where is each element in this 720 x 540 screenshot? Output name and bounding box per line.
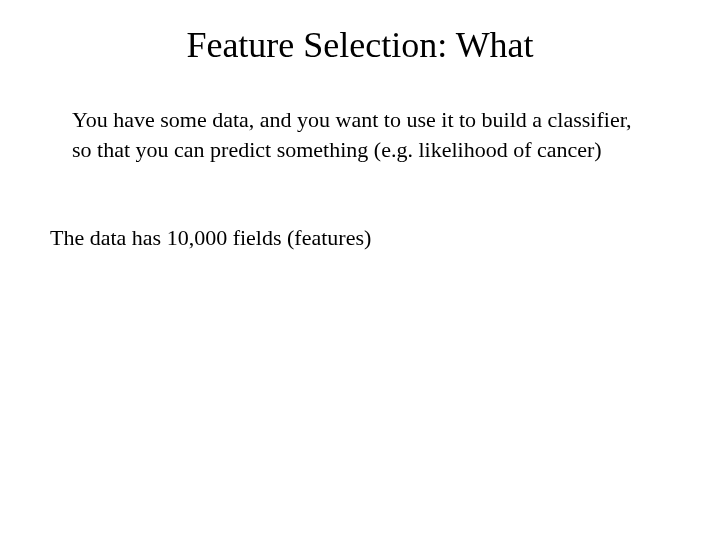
body-paragraph-2: The data has 10,000 fields (features)	[50, 223, 630, 253]
body-paragraph-1: You have some data, and you want to use …	[72, 105, 652, 164]
slide-title: Feature Selection: What	[0, 24, 720, 66]
